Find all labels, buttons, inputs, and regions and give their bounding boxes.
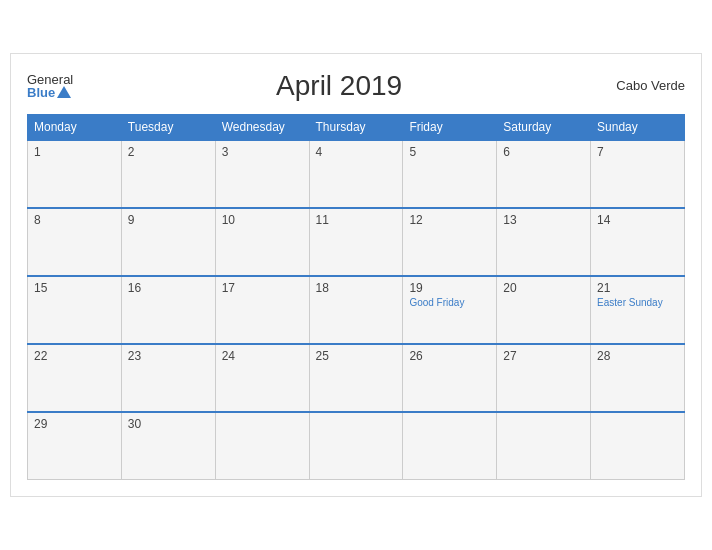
header-saturday: Saturday (497, 114, 591, 140)
calendar-day-cell: 5 (403, 140, 497, 208)
calendar-day-cell: 25 (309, 344, 403, 412)
day-number: 26 (409, 349, 490, 363)
header-wednesday: Wednesday (215, 114, 309, 140)
day-number: 24 (222, 349, 303, 363)
day-number: 4 (316, 145, 397, 159)
day-number: 10 (222, 213, 303, 227)
day-number: 2 (128, 145, 209, 159)
calendar-day-cell: 13 (497, 208, 591, 276)
calendar-day-cell: 22 (28, 344, 122, 412)
day-number: 21 (597, 281, 678, 295)
country-label: Cabo Verde (605, 78, 685, 93)
calendar-day-cell: 23 (121, 344, 215, 412)
day-number: 27 (503, 349, 584, 363)
calendar-title: April 2019 (73, 70, 605, 102)
day-number: 23 (128, 349, 209, 363)
week-row-3: 1516171819Good Friday2021Easter Sunday (28, 276, 685, 344)
weekday-header-row: Monday Tuesday Wednesday Thursday Friday… (28, 114, 685, 140)
calendar-day-cell: 24 (215, 344, 309, 412)
day-number: 30 (128, 417, 209, 431)
holiday-label: Easter Sunday (597, 297, 678, 308)
day-number: 5 (409, 145, 490, 159)
calendar-day-cell: 29 (28, 412, 122, 480)
calendar-day-cell: 18 (309, 276, 403, 344)
logo-blue-text: Blue (27, 86, 71, 99)
day-number: 16 (128, 281, 209, 295)
header-sunday: Sunday (591, 114, 685, 140)
header-monday: Monday (28, 114, 122, 140)
week-row-1: 1234567 (28, 140, 685, 208)
calendar-day-cell: 6 (497, 140, 591, 208)
calendar-day-cell (215, 412, 309, 480)
calendar-day-cell (497, 412, 591, 480)
day-number: 3 (222, 145, 303, 159)
day-number: 13 (503, 213, 584, 227)
calendar-day-cell: 19Good Friday (403, 276, 497, 344)
day-number: 25 (316, 349, 397, 363)
calendar-day-cell: 12 (403, 208, 497, 276)
calendar-day-cell: 17 (215, 276, 309, 344)
calendar-day-cell: 1 (28, 140, 122, 208)
logo-general-text: General (27, 73, 73, 86)
day-number: 15 (34, 281, 115, 295)
day-number: 9 (128, 213, 209, 227)
day-number: 17 (222, 281, 303, 295)
calendar-day-cell: 15 (28, 276, 122, 344)
header-friday: Friday (403, 114, 497, 140)
week-row-2: 891011121314 (28, 208, 685, 276)
week-row-5: 2930 (28, 412, 685, 480)
calendar-grid: Monday Tuesday Wednesday Thursday Friday… (27, 114, 685, 481)
week-row-4: 22232425262728 (28, 344, 685, 412)
day-number: 6 (503, 145, 584, 159)
day-number: 22 (34, 349, 115, 363)
logo-triangle-icon (57, 86, 71, 98)
day-number: 1 (34, 145, 115, 159)
calendar-day-cell: 8 (28, 208, 122, 276)
calendar-day-cell: 4 (309, 140, 403, 208)
day-number: 7 (597, 145, 678, 159)
logo: General Blue (27, 73, 73, 99)
day-number: 14 (597, 213, 678, 227)
calendar-day-cell: 21Easter Sunday (591, 276, 685, 344)
calendar-day-cell (309, 412, 403, 480)
calendar-day-cell: 7 (591, 140, 685, 208)
calendar-day-cell (403, 412, 497, 480)
day-number: 11 (316, 213, 397, 227)
day-number: 28 (597, 349, 678, 363)
day-number: 18 (316, 281, 397, 295)
day-number: 20 (503, 281, 584, 295)
calendar-day-cell: 27 (497, 344, 591, 412)
calendar-day-cell: 10 (215, 208, 309, 276)
day-number: 8 (34, 213, 115, 227)
calendar-day-cell: 11 (309, 208, 403, 276)
day-number: 29 (34, 417, 115, 431)
calendar-day-cell: 16 (121, 276, 215, 344)
calendar-day-cell: 9 (121, 208, 215, 276)
calendar-day-cell: 3 (215, 140, 309, 208)
calendar-day-cell: 30 (121, 412, 215, 480)
calendar-day-cell: 20 (497, 276, 591, 344)
calendar-day-cell: 14 (591, 208, 685, 276)
calendar-day-cell: 26 (403, 344, 497, 412)
calendar-day-cell: 2 (121, 140, 215, 208)
header-thursday: Thursday (309, 114, 403, 140)
calendar-day-cell (591, 412, 685, 480)
calendar-container: General Blue April 2019 Cabo Verde Monda… (10, 53, 702, 498)
calendar-day-cell: 28 (591, 344, 685, 412)
header-tuesday: Tuesday (121, 114, 215, 140)
day-number: 12 (409, 213, 490, 227)
holiday-label: Good Friday (409, 297, 490, 308)
calendar-header: General Blue April 2019 Cabo Verde (27, 70, 685, 102)
day-number: 19 (409, 281, 490, 295)
